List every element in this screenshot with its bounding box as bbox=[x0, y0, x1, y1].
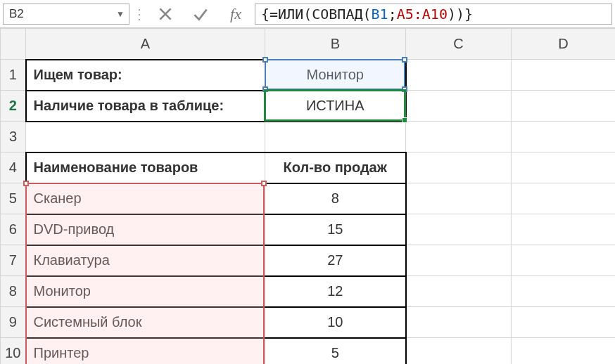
cell-B6[interactable]: 15 bbox=[265, 214, 406, 245]
cell-B3[interactable] bbox=[265, 122, 406, 152]
cell-B1[interactable]: Монитор bbox=[265, 60, 406, 91]
cell-B4[interactable]: Кол-во продаж bbox=[265, 152, 406, 183]
cell-C8[interactable] bbox=[406, 276, 512, 307]
cell-C10[interactable] bbox=[406, 338, 512, 365]
cell-C7[interactable] bbox=[406, 245, 512, 276]
cell-D8[interactable] bbox=[512, 276, 616, 307]
formula-input[interactable]: {=ИЛИ(СОВПАД(B1;A5:A10))} bbox=[255, 4, 612, 25]
cell-A4[interactable]: Наименование товаров bbox=[26, 152, 265, 183]
cell-A9[interactable]: Системный блок bbox=[26, 307, 265, 338]
cell-B2[interactable]: ИСТИНА bbox=[265, 91, 406, 122]
row-header-9[interactable]: 9 bbox=[1, 307, 26, 338]
chevron-down-icon[interactable]: ▼ bbox=[116, 9, 125, 19]
cell-B10[interactable]: 5 bbox=[265, 338, 406, 365]
cell-value: Наличие товара в таблице: bbox=[27, 91, 265, 121]
row-header-5[interactable]: 5 bbox=[1, 183, 26, 214]
check-icon bbox=[191, 5, 210, 23]
cell-value: Наименование товаров bbox=[27, 153, 265, 183]
cell-D4[interactable] bbox=[512, 152, 616, 183]
col-header-C[interactable]: C bbox=[406, 29, 512, 60]
cancel-formula-button[interactable] bbox=[149, 4, 182, 25]
cell-B9[interactable]: 10 bbox=[265, 307, 406, 338]
col-header-D[interactable]: D bbox=[512, 29, 616, 60]
cell-C6[interactable] bbox=[406, 214, 512, 245]
cell-C2[interactable] bbox=[406, 91, 512, 122]
formula-ref-blue: B1 bbox=[372, 6, 388, 22]
cell-C4[interactable] bbox=[406, 152, 512, 183]
accept-formula-button[interactable] bbox=[184, 4, 217, 25]
x-icon bbox=[156, 5, 175, 23]
cell-A3[interactable] bbox=[26, 122, 265, 152]
cell-value: Кол-во продаж bbox=[265, 153, 405, 183]
cell-D2[interactable] bbox=[512, 91, 616, 122]
cell-D9[interactable] bbox=[512, 307, 616, 338]
cell-D3[interactable] bbox=[512, 122, 616, 152]
cell-value: Монитор bbox=[265, 60, 405, 90]
cell-A5[interactable]: Сканер bbox=[26, 183, 265, 214]
cell-value: 10 bbox=[265, 308, 405, 337]
spreadsheet-grid[interactable]: A B C D 1 Ищем товар: Монитор 2 Наличие … bbox=[0, 28, 615, 364]
cell-value: 12 bbox=[265, 277, 405, 306]
cell-C3[interactable] bbox=[406, 122, 512, 152]
cell-value: 5 bbox=[265, 339, 405, 365]
fx-icon: fx bbox=[230, 5, 241, 23]
row-header-8[interactable]: 8 bbox=[1, 276, 26, 307]
formula-sep: ; bbox=[388, 6, 397, 22]
name-box[interactable]: B2 ▼ bbox=[3, 4, 129, 25]
cell-value: Системный блок bbox=[27, 308, 265, 337]
formula-bar: B2 ▼ ⋮ fx {=ИЛИ(СОВПАД(B1;A5:A10))} bbox=[0, 0, 615, 28]
row-header-3[interactable]: 3 bbox=[1, 122, 26, 152]
row-header-6[interactable]: 6 bbox=[1, 214, 26, 245]
formula-suffix: ))} bbox=[448, 6, 473, 22]
insert-function-button[interactable]: fx bbox=[220, 4, 252, 25]
cell-value: Сканер bbox=[27, 184, 265, 214]
cell-A7[interactable]: Клавиатура bbox=[26, 245, 265, 276]
cell-value: ИСТИНА bbox=[265, 91, 405, 121]
col-header-B[interactable]: B bbox=[265, 29, 406, 60]
cell-D1[interactable] bbox=[512, 60, 616, 91]
cell-value: Принтер bbox=[27, 339, 265, 365]
cell-B7[interactable]: 27 bbox=[265, 245, 406, 276]
row-header-10[interactable]: 10 bbox=[1, 338, 26, 365]
cell-value: Монитор bbox=[27, 277, 265, 306]
cell-value: Ищем товар: bbox=[27, 60, 265, 90]
cell-D6[interactable] bbox=[512, 214, 616, 245]
cell-D10[interactable] bbox=[512, 338, 616, 365]
cell-C9[interactable] bbox=[406, 307, 512, 338]
cell-D5[interactable] bbox=[512, 183, 616, 214]
row-header-2[interactable]: 2 bbox=[1, 91, 26, 122]
cell-A6[interactable]: DVD-привод bbox=[26, 214, 265, 245]
formula-ref-red: A5:A10 bbox=[397, 6, 448, 22]
fill-handle[interactable] bbox=[402, 117, 407, 123]
cell-value: 15 bbox=[265, 215, 405, 245]
cell-A8[interactable]: Монитор bbox=[26, 276, 265, 307]
cell-C5[interactable] bbox=[406, 183, 512, 214]
row-header-4[interactable]: 4 bbox=[1, 152, 26, 183]
cell-value: 8 bbox=[265, 184, 405, 214]
cell-A1[interactable]: Ищем товар: bbox=[26, 60, 265, 91]
cell-value: Клавиатура bbox=[27, 246, 265, 275]
name-box-value: B2 bbox=[9, 7, 24, 21]
cell-B5[interactable]: 8 bbox=[265, 183, 406, 214]
formula-text: {=ИЛИ(СОВПАД( bbox=[261, 6, 372, 22]
row-header-7[interactable]: 7 bbox=[1, 245, 26, 276]
cell-B8[interactable]: 12 bbox=[265, 276, 406, 307]
cell-D7[interactable] bbox=[512, 245, 616, 276]
cell-value: 27 bbox=[265, 246, 405, 275]
cell-C1[interactable] bbox=[406, 60, 512, 91]
row-header-1[interactable]: 1 bbox=[1, 60, 26, 91]
select-all-corner[interactable] bbox=[1, 29, 26, 60]
separator-icon: ⋮ bbox=[132, 6, 146, 22]
cell-A10[interactable]: Принтер bbox=[26, 338, 265, 365]
cell-A2[interactable]: Наличие товара в таблице: bbox=[26, 91, 265, 122]
col-header-A[interactable]: A bbox=[26, 29, 265, 60]
cell-value: DVD-привод bbox=[27, 215, 265, 245]
